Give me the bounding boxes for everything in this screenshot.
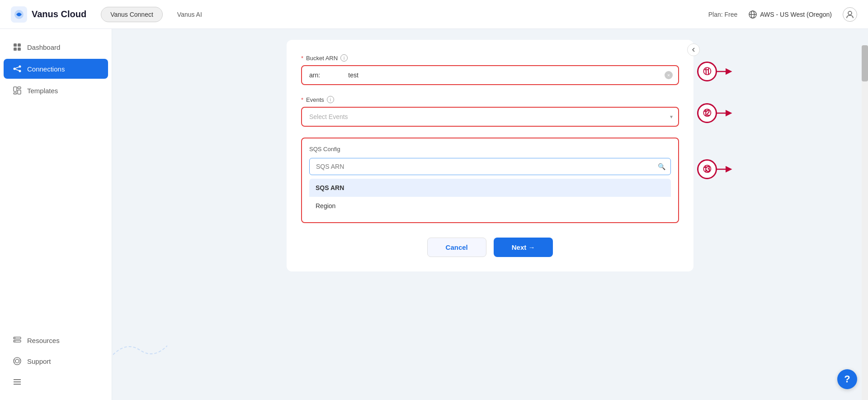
sidebar-item-dashboard[interactable]: Dashboard (4, 37, 108, 57)
svg-line-13 (15, 67, 19, 68)
annotation-12-arrow (697, 109, 733, 118)
sqs-config-field-group: SQS Config 🔍 SQS ARN Region (301, 138, 679, 223)
bucket-arn-label: * Bucket ARN i (301, 54, 679, 62)
bucket-arn-input-wrapper: × (301, 65, 679, 85)
svg-point-24 (15, 359, 19, 363)
bg-decoration-1 (113, 337, 167, 364)
svg-line-26 (19, 360, 21, 361)
svg-point-5 (848, 11, 852, 15)
sidebar-item-support[interactable]: Support (4, 351, 108, 371)
vanus-connect-btn[interactable]: Vanus Connect (101, 7, 163, 22)
sidebar-item-menu[interactable] (4, 372, 108, 392)
sqs-search-icon: 🔍 (658, 163, 665, 170)
scrollbar-track[interactable] (862, 45, 868, 400)
dropdown-item-region[interactable]: Region (309, 197, 671, 215)
svg-point-21 (14, 338, 15, 338)
svg-point-22 (14, 341, 15, 342)
logo-text: Vanus Cloud (32, 9, 86, 19)
svg-point-12 (19, 70, 21, 72)
sqs-dropdown-list: SQS ARN Region (309, 179, 671, 215)
events-field-group: * Events i Select Events ▾ ⑫ (301, 96, 679, 127)
svg-line-27 (14, 362, 16, 363)
main-content: * Bucket ARN i × ⑪ (112, 29, 868, 400)
help-button[interactable]: ? (837, 369, 857, 389)
svg-line-14 (15, 69, 19, 71)
collapse-button[interactable] (687, 43, 700, 56)
svg-rect-9 (18, 48, 21, 51)
scrollbar-thumb[interactable] (862, 45, 868, 81)
user-icon[interactable] (843, 7, 857, 22)
support-icon (13, 357, 22, 366)
svg-point-23 (14, 357, 21, 365)
dropdown-item-sqs-arn[interactable]: SQS ARN (309, 179, 671, 197)
sidebar-item-templates[interactable]: Templates (4, 81, 108, 100)
annotation-13-group: ⑬ (697, 165, 733, 174)
svg-rect-17 (18, 90, 21, 94)
sqs-arn-input[interactable] (309, 158, 671, 175)
hamburger-icon (13, 377, 22, 386)
region-text: AWS - US West (Oregon) (760, 11, 832, 18)
globe-icon (748, 10, 757, 19)
vanus-ai-btn[interactable]: Vanus AI (170, 7, 209, 22)
templates-icon (13, 86, 22, 95)
plan-label: Plan: Free (708, 11, 738, 18)
sidebar-item-connections[interactable]: Connections (4, 59, 108, 79)
annotation-12: ⑫ (697, 103, 717, 123)
next-button[interactable]: Next → (494, 238, 553, 257)
sqs-search-wrapper: 🔍 (309, 158, 671, 175)
header-right: Plan: Free AWS - US West (Oregon) (708, 7, 857, 22)
annotation-12-group: ⑫ (697, 109, 733, 118)
svg-point-10 (14, 68, 16, 70)
resources-icon (13, 336, 22, 345)
annotation-13-arrow (697, 165, 733, 174)
annotation-11: ⑪ (697, 62, 717, 81)
region-area[interactable]: AWS - US West (Oregon) (748, 10, 832, 19)
connections-icon (13, 64, 22, 73)
sidebar-label-resources: Resources (27, 337, 60, 344)
events-label: * Events i (301, 96, 679, 103)
svg-rect-16 (18, 87, 21, 89)
sidebar-label-connections: Connections (27, 65, 65, 73)
form-button-row: Cancel Next → (301, 238, 679, 257)
sidebar-label-templates: Templates (27, 87, 58, 95)
svg-rect-15 (14, 87, 17, 91)
svg-rect-8 (14, 48, 17, 51)
sidebar-label-support: Support (27, 357, 51, 365)
sidebar-item-resources[interactable]: Resources (4, 330, 108, 350)
svg-rect-6 (14, 43, 17, 47)
bucket-arn-field-group: * Bucket ARN i × ⑪ (301, 54, 679, 85)
form-panel: * Bucket ARN i × ⑪ (287, 40, 693, 271)
svg-point-11 (19, 66, 21, 68)
events-select[interactable]: Select Events (301, 107, 679, 127)
sqs-config-box: SQS Config 🔍 SQS ARN Region (301, 138, 679, 223)
bucket-arn-input[interactable] (301, 65, 679, 85)
svg-rect-18 (14, 93, 17, 94)
sidebar-bottom: Resources Support (0, 329, 112, 393)
cancel-button[interactable]: Cancel (427, 238, 486, 257)
dashboard-icon (13, 43, 22, 52)
annotation-11-group: ⑪ (697, 67, 733, 76)
app-layout: Dashboard Connections (0, 0, 868, 400)
events-select-wrapper: Select Events ▾ (301, 107, 679, 127)
logo-icon (11, 6, 27, 23)
app-header: Vanus Cloud Vanus Connect Vanus AI Plan:… (0, 0, 868, 29)
svg-line-28 (19, 362, 21, 363)
logo-area: Vanus Cloud (11, 6, 86, 23)
bucket-arn-clear-button[interactable]: × (665, 71, 673, 79)
svg-rect-7 (18, 43, 21, 47)
sidebar-label-dashboard: Dashboard (27, 43, 60, 51)
annotation-11-arrow (697, 67, 733, 76)
events-info-icon[interactable]: i (327, 96, 334, 103)
sqs-config-label: SQS Config (309, 146, 671, 152)
bucket-arn-info-icon[interactable]: i (340, 54, 348, 62)
annotation-13: ⑬ (697, 159, 717, 179)
sidebar: Dashboard Connections (0, 29, 112, 400)
svg-line-25 (14, 360, 16, 361)
